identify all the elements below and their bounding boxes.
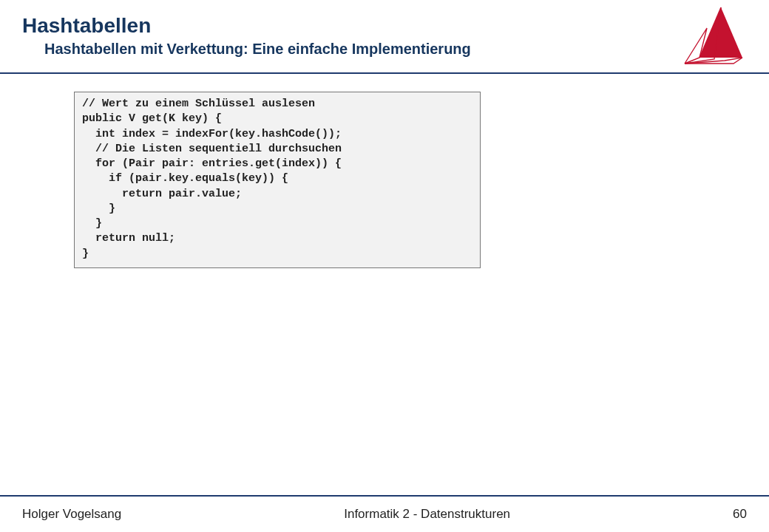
slide-subtitle: Hashtabellen mit Verkettung: Eine einfac…: [22, 41, 665, 58]
slide-title: Hashtabellen: [22, 15, 665, 38]
code-content: // Wert zu einem Schlüssel auslesen publ…: [82, 97, 472, 262]
footer-author: Holger Vogelsang: [22, 507, 121, 522]
institution-logo-icon: [680, 6, 747, 69]
slide: Hashtabellen Hashtabellen mit Verkettung…: [0, 0, 769, 532]
footer-course: Informatik 2 - Datenstrukturen: [121, 507, 733, 522]
footer-divider: [0, 495, 769, 497]
footer-page-number: 60: [733, 507, 747, 522]
slide-footer: Holger Vogelsang Informatik 2 - Datenstr…: [22, 507, 747, 522]
slide-header: Hashtabellen Hashtabellen mit Verkettung…: [22, 15, 665, 58]
code-block: // Wert zu einem Schlüssel auslesen publ…: [74, 92, 481, 268]
header-divider: [0, 72, 769, 74]
